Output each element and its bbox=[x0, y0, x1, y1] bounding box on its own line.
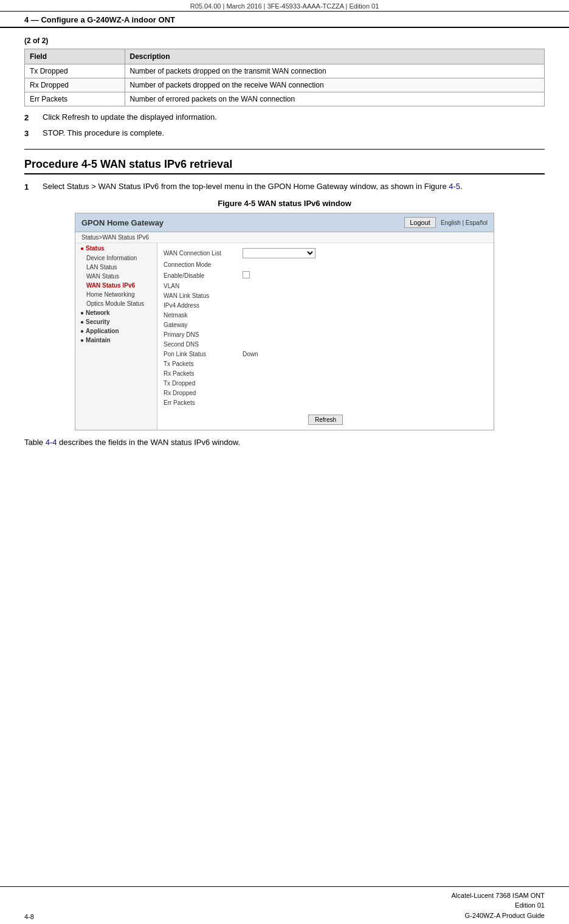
security-bullet: ● bbox=[80, 319, 84, 325]
sc-main-fields: WAN Connection List Connection Mode Enab… bbox=[157, 243, 494, 430]
footer-page-num: 4-8 bbox=[24, 913, 34, 920]
step1-text-after: . bbox=[460, 182, 463, 191]
sidebar-item-wan-status[interactable]: WAN Status bbox=[75, 272, 157, 281]
sc-sidebar-group-application[interactable]: ● Application bbox=[75, 326, 157, 336]
desc-text: Table bbox=[24, 438, 46, 447]
security-label: Security bbox=[86, 319, 109, 325]
maintain-label: Maintain bbox=[86, 337, 111, 343]
label-wan-link: WAN Link Status bbox=[164, 292, 243, 299]
field-row-rx-packets: Rx Packets bbox=[164, 370, 488, 377]
field-row-wan-conn: WAN Connection List bbox=[164, 248, 488, 258]
table-caption: (2 of 2) bbox=[24, 34, 545, 49]
sc-sidebar-group-network[interactable]: ● Network bbox=[75, 308, 157, 317]
label-second-dns: Second DNS bbox=[164, 341, 243, 348]
sc-header-title: GPON Home Gateway bbox=[81, 218, 164, 227]
footer-edition: Edition 01 bbox=[452, 900, 545, 911]
label-err-packets: Err Packets bbox=[164, 399, 243, 406]
status-label: Status bbox=[86, 245, 105, 252]
table-cell: Rx Dropped bbox=[25, 78, 125, 92]
field-row-conn-mode: Connection Mode bbox=[164, 261, 488, 268]
step-2-number: 2 bbox=[24, 112, 43, 122]
sidebar-item-wan-status-ipv6[interactable]: WAN Status IPv6 bbox=[75, 281, 157, 290]
table-cell: Err Packets bbox=[25, 92, 125, 106]
table-cell: Number of errored packets on the WAN con… bbox=[125, 92, 544, 106]
sidebar-item-lan-status[interactable]: LAN Status bbox=[75, 263, 157, 272]
sc-refresh-row: Refresh bbox=[164, 411, 488, 425]
sc-lang: English | Español bbox=[441, 219, 488, 226]
label-conn-mode: Connection Mode bbox=[164, 261, 243, 268]
sc-header-right: Logout English | Español bbox=[404, 217, 488, 228]
col-header-description: Description bbox=[125, 49, 544, 64]
step-1-proc5-text: Select Status > WAN Status IPv6 from the… bbox=[43, 182, 545, 191]
label-tx-packets: Tx Packets bbox=[164, 360, 243, 367]
section-divider bbox=[24, 149, 545, 150]
label-primary-dns: Primary DNS bbox=[164, 331, 243, 338]
field-row-pon-link: Pon Link Status Down bbox=[164, 351, 488, 357]
sc-sidebar-group-maintain[interactable]: ● Maintain bbox=[75, 336, 157, 345]
label-rx-dropped: Rx Dropped bbox=[164, 390, 243, 396]
label-enable: Enable/Disable bbox=[164, 272, 243, 279]
step-3-text: STOP. This procedure is complete. bbox=[43, 128, 545, 137]
main-content: (2 of 2) Field Description Tx DroppedNum… bbox=[0, 34, 569, 447]
step-2: 2 Click Refresh to update the displayed … bbox=[24, 112, 545, 122]
table-cell: Number of packets dropped on the transmi… bbox=[125, 64, 544, 78]
field-row-primary-dns: Primary DNS bbox=[164, 331, 488, 338]
sc-sidebar-group-status[interactable]: ● Status bbox=[75, 243, 157, 253]
application-label: Application bbox=[86, 328, 119, 334]
sidebar-item-device-info[interactable]: Device Information bbox=[75, 253, 157, 263]
step1-link[interactable]: 4-5 bbox=[449, 182, 460, 191]
label-wan-conn: WAN Connection List bbox=[164, 250, 243, 257]
footer-guide: G-240WZ-A Product Guide bbox=[452, 911, 545, 921]
table-cell: Number of packets dropped on the receive… bbox=[125, 78, 544, 92]
maintain-bullet: ● bbox=[80, 337, 84, 343]
field-row-wan-link: WAN Link Status bbox=[164, 292, 488, 299]
col-header-field: Field bbox=[25, 49, 125, 64]
page-header: R05.04.00 | March 2016 | 3FE-45933-AAAA-… bbox=[0, 0, 569, 12]
step-3-number: 3 bbox=[24, 128, 43, 138]
field-row-vlan: VLAN bbox=[164, 283, 488, 289]
sc-header: GPON Home Gateway Logout English | Españ… bbox=[75, 213, 494, 232]
network-label: Network bbox=[86, 309, 109, 316]
chapter-heading: 4 — Configure a G-240WZ-A indoor ONT bbox=[0, 12, 569, 28]
label-rx-packets: Rx Packets bbox=[164, 370, 243, 377]
sidebar-item-optics-module[interactable]: Optics Module Status bbox=[75, 299, 157, 308]
sc-logout-button[interactable]: Logout bbox=[404, 217, 436, 228]
value-wan-conn bbox=[243, 248, 488, 258]
label-tx-dropped: Tx Dropped bbox=[164, 380, 243, 387]
label-ipv4: IPv4 Address bbox=[164, 302, 243, 309]
desc-link[interactable]: 4-4 bbox=[46, 438, 57, 447]
value-enable bbox=[243, 271, 488, 280]
application-bullet: ● bbox=[80, 328, 84, 334]
field-row-netmask: Netmask bbox=[164, 312, 488, 319]
label-pon-link: Pon Link Status bbox=[164, 351, 243, 357]
desc-after: describes the fields in the WAN status I… bbox=[57, 438, 241, 447]
sc-breadcrumb: Status>WAN Status IPv6 bbox=[75, 232, 494, 243]
figure-caption: Figure 4-5 WAN status IPv6 window bbox=[24, 199, 545, 208]
footer-right: Alcatel-Lucent 7368 ISAM ONT Edition 01 … bbox=[452, 891, 545, 921]
field-row-tx-dropped: Tx Dropped bbox=[164, 380, 488, 387]
step1-text-before: Select Status > WAN Status IPv6 from the… bbox=[43, 182, 449, 191]
step-1-proc5-num: 1 bbox=[24, 182, 43, 191]
sidebar-item-home-networking[interactable]: Home Networking bbox=[75, 290, 157, 299]
field-row-err-packets: Err Packets bbox=[164, 399, 488, 406]
label-vlan: VLAN bbox=[164, 283, 243, 289]
pon-link-value: Down bbox=[243, 351, 258, 357]
field-row-rx-dropped: Rx Dropped bbox=[164, 390, 488, 396]
wan-conn-dropdown[interactable] bbox=[243, 248, 316, 258]
table-cell: Tx Dropped bbox=[25, 64, 125, 78]
field-row-gateway: Gateway bbox=[164, 322, 488, 328]
field-row-tx-packets: Tx Packets bbox=[164, 360, 488, 367]
field-row-enable: Enable/Disable bbox=[164, 271, 488, 280]
page-footer: 4-8 Alcatel-Lucent 7368 ISAM ONT Edition… bbox=[0, 886, 569, 925]
sc-sidebar-group-security[interactable]: ● Security bbox=[75, 317, 157, 326]
sc-body: ● Status Device Information LAN Status W… bbox=[75, 243, 494, 430]
enable-checkbox[interactable] bbox=[243, 271, 250, 278]
sc-sidebar: ● Status Device Information LAN Status W… bbox=[75, 243, 157, 430]
field-row-second-dns: Second DNS bbox=[164, 341, 488, 348]
footer-product: Alcatel-Lucent 7368 ISAM ONT bbox=[452, 891, 545, 901]
step-1-procedure5: 1 Select Status > WAN Status IPv6 from t… bbox=[24, 182, 545, 191]
desc-para: Table 4-4 describes the fields in the WA… bbox=[24, 438, 545, 447]
header-text: R05.04.00 | March 2016 | 3FE-45933-AAAA-… bbox=[190, 2, 379, 10]
step-2-text: Click Refresh to update the displayed in… bbox=[43, 112, 545, 122]
sc-refresh-button[interactable]: Refresh bbox=[308, 415, 343, 425]
